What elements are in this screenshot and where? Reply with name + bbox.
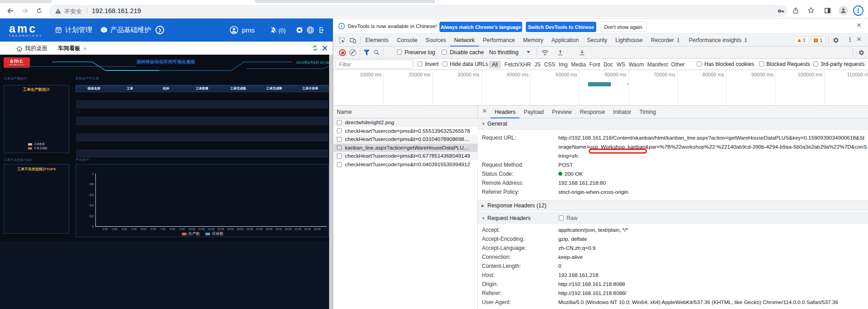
filter-type-js[interactable]: JS	[534, 59, 541, 70]
requests-header[interactable]: Name	[334, 106, 477, 118]
close-tab-icon[interactable]	[322, 45, 328, 51]
inspect-element-icon[interactable]	[339, 37, 345, 44]
details-tab-payload[interactable]: Payload	[519, 106, 547, 118]
request-checkbox[interactable]	[337, 162, 342, 167]
request-row[interactable]: checkHeart?usercode=pms&t=0.031040789086…	[334, 135, 478, 144]
request-row[interactable]: checkHeart?usercode=pms&t=0.677851436804…	[334, 152, 478, 160]
legend-item-production[interactable]: 生产数	[182, 231, 200, 237]
filter-icon[interactable]	[363, 50, 370, 56]
filter-type-css[interactable]: CSS	[544, 59, 556, 70]
request-checkbox[interactable]	[337, 154, 342, 159]
security-label[interactable]: 不安全	[64, 8, 82, 16]
browser-menu-icon[interactable]: ⋮	[853, 5, 863, 16]
side-panel-icon[interactable]	[824, 7, 831, 14]
devtools-tab-lighthouse[interactable]: Lighthouse	[611, 34, 647, 47]
tab-my-desktop[interactable]: 我的桌面	[16, 45, 47, 52]
filter-type-ws[interactable]: WS	[617, 59, 625, 70]
throttling-select[interactable]: No throttling	[489, 49, 519, 56]
devtools-tab-memory[interactable]: Memory	[519, 34, 547, 47]
third-party-requests-label[interactable]: 3rd-party requests	[821, 61, 864, 67]
network-overview-timeline[interactable]: 10000 ms20000 ms30000 ms40000 ms50000 ms…	[333, 70, 868, 106]
export-har-icon[interactable]	[579, 49, 585, 56]
menu-expand-icon[interactable]: ❯	[156, 26, 164, 34]
disable-cache-label[interactable]: Disable cache	[450, 49, 484, 56]
always-match-language-button[interactable]: Always match Chrome's language	[439, 22, 522, 32]
legend-item-order-done[interactable]: 工单完成数	[28, 146, 47, 150]
import-har-icon[interactable]	[557, 49, 564, 56]
details-close-icon[interactable]: ×	[482, 107, 487, 116]
filter-input[interactable]: Filter	[335, 60, 413, 69]
tab-close-icon[interactable]: ×	[83, 45, 87, 52]
details-tab-preview[interactable]: Preview	[548, 106, 576, 118]
request-row[interactable]: directwhiteright2.png	[334, 118, 478, 127]
request-headers-section-bar[interactable]: ▼ Request Headers Raw	[478, 212, 868, 224]
request-checkbox[interactable]	[337, 145, 342, 150]
search-icon[interactable]	[373, 49, 380, 56]
request-checkbox[interactable]	[337, 137, 342, 142]
reload-icon[interactable]	[36, 7, 43, 14]
menu-product-maintenance[interactable]: 产品基础维护	[100, 25, 151, 35]
bookmark-star-icon[interactable]	[807, 7, 815, 14]
app-logo[interactable]: amc TECHNOLOGY	[9, 23, 45, 37]
legend-item-order-qty[interactable]: 工单数量	[28, 142, 45, 146]
device-toolbar-icon[interactable]	[349, 37, 357, 44]
tab-workshop-kanban[interactable]: 车间看板 ×	[58, 45, 87, 52]
devtools-tab-elements[interactable]: Elements	[361, 34, 393, 47]
devtools-close-icon[interactable]: ×	[857, 35, 861, 44]
forward-icon[interactable]	[21, 7, 28, 14]
omnibox[interactable]: 不安全 192.168.161.219	[49, 5, 788, 17]
devtools-tab-performance[interactable]: Performance	[479, 34, 519, 47]
clear-network-icon[interactable]	[349, 49, 356, 56]
filter-type-manifest[interactable]: Manifest	[647, 59, 668, 70]
logout-icon[interactable]	[318, 26, 326, 34]
notify-count[interactable]: (0)	[278, 27, 286, 34]
request-row-selected[interactable]: kanban_line.aspx?action=getWareHouseData…	[334, 144, 478, 152]
devtools-menu-icon[interactable]: ⋮	[847, 36, 853, 43]
legend-item-target[interactable]: 目标数	[205, 231, 224, 237]
network-conditions-icon[interactable]	[541, 50, 549, 56]
user-chip[interactable]: pms	[230, 25, 255, 35]
devtools-settings-icon[interactable]	[832, 37, 840, 44]
details-tab-initiator[interactable]: Initiator	[609, 106, 635, 118]
disable-cache-checkbox[interactable]	[442, 50, 447, 55]
devtools-tab-security[interactable]: Security	[583, 34, 611, 47]
request-row[interactable]: checkHeart?usercode=pms&t=0.555139632526…	[334, 127, 478, 136]
details-tab-timing[interactable]: Timing	[635, 106, 660, 118]
request-row[interactable]: checkHeart?usercode=pms&t=0.040391553599…	[334, 160, 478, 169]
menu-plan-management[interactable]: 计划管理	[55, 25, 92, 35]
record-network-icon[interactable]	[339, 49, 346, 56]
response-headers-section-bar[interactable]: ▶ Response Headers (12)	[478, 200, 868, 211]
devtools-tab-console[interactable]: Console	[393, 34, 421, 47]
devtools-tab-sources[interactable]: Sources	[421, 34, 450, 47]
filter-type-media[interactable]: Media	[571, 59, 586, 70]
switch-devtools-chinese-button[interactable]: Switch DevTools to Chinese	[526, 22, 596, 32]
filter-type-doc[interactable]: Doc	[604, 59, 613, 70]
raw-headers-label[interactable]: Raw	[566, 215, 577, 221]
filter-type-img[interactable]: Img	[559, 59, 568, 70]
back-icon[interactable]	[7, 7, 14, 14]
has-blocked-cookies-label[interactable]: Has blocked cookies	[704, 61, 754, 67]
filter-type-wasm[interactable]: Wasm	[629, 59, 644, 70]
hide-data-urls-checkbox[interactable]	[443, 61, 448, 66]
blocked-requests-checkbox[interactable]	[759, 61, 764, 66]
general-section-bar[interactable]: ▼ General	[478, 118, 868, 130]
page-scrollbar[interactable]	[329, 55, 333, 309]
filter-type-font[interactable]: Font	[589, 59, 600, 70]
url-text[interactable]: 192.168.161.219	[92, 7, 141, 14]
settings-gear-icon[interactable]	[296, 26, 303, 34]
infobar-close-icon[interactable]: ×	[857, 21, 861, 30]
network-settings-icon[interactable]	[858, 49, 865, 56]
filter-type-fetch-xhr[interactable]: Fetch/XHR	[505, 59, 531, 70]
preserve-log-label[interactable]: Preserve log	[405, 49, 435, 56]
request-checkbox[interactable]	[337, 120, 342, 125]
devtools-tab-network[interactable]: Network	[450, 34, 479, 47]
has-blocked-cookies-checkbox[interactable]	[697, 61, 702, 66]
blocked-requests-label[interactable]: Blocked Requests	[766, 61, 810, 67]
raw-headers-checkbox[interactable]	[559, 215, 564, 220]
devtools-tab-performance-insights[interactable]: Performance insights	[685, 34, 752, 47]
browser-active-tab-top[interactable]	[51, 0, 256, 3]
key-icon[interactable]	[778, 8, 784, 14]
third-party-requests-checkbox[interactable]	[813, 61, 818, 66]
details-tab-headers[interactable]: Headers	[491, 106, 519, 118]
issues-badge[interactable]: ! 1	[811, 36, 826, 44]
